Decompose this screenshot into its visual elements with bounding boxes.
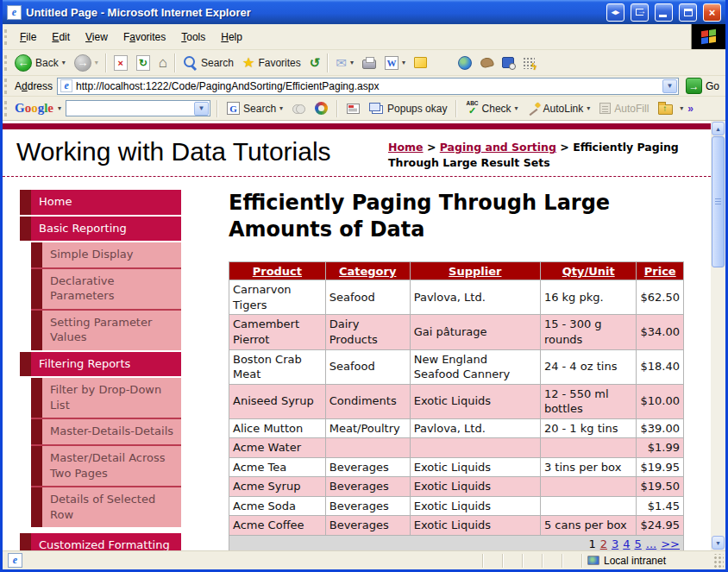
sort-link-category[interactable]: Category: [339, 265, 396, 278]
sidebar-item-declarative-parameters[interactable]: Declarative Parameters: [31, 267, 181, 309]
sidebar-item-filter-by-drop-down-list[interactable]: Filter by Drop-Down List: [31, 378, 181, 418]
nav-accent: [20, 190, 31, 215]
print-button[interactable]: [358, 55, 380, 71]
google-search-input[interactable]: ▼: [66, 100, 210, 116]
column-header-category: Category: [325, 262, 410, 280]
edit-dropdown-caret[interactable]: ▾: [402, 59, 405, 66]
refresh-button[interactable]: ↻: [132, 53, 154, 72]
google-logo-caret[interactable]: ▾: [58, 104, 61, 112]
send-to-caret[interactable]: ▾: [680, 104, 683, 112]
sidebar-item-simple-display[interactable]: Simple Display: [31, 242, 181, 267]
breadcrumb-paging-and-sorting[interactable]: Paging and Sorting: [440, 141, 556, 154]
mail-dropdown-caret[interactable]: ▾: [350, 59, 354, 66]
back-dropdown-caret[interactable]: ▾: [62, 59, 66, 66]
spellcheck-caret[interactable]: ▾: [515, 104, 518, 112]
pan-window-button[interactable]: ◂▸: [606, 3, 624, 22]
fetch-tool-button[interactable]: [476, 56, 498, 69]
breadcrumb-home[interactable]: Home: [388, 141, 424, 154]
cell-qty-unit: 5 cans per box: [540, 516, 637, 536]
edit-button[interactable]: W ▾: [380, 54, 410, 72]
back-button[interactable]: ← Back ▾: [10, 53, 70, 73]
messenger-button[interactable]: [410, 55, 431, 70]
menu-file[interactable]: File: [12, 28, 44, 47]
sidebar-item-master-detail-across-two-pages[interactable]: Master/Detail Across Two Pages: [31, 444, 181, 486]
sidebar-item-details-of-selected-row[interactable]: Details of Selected Row: [31, 486, 181, 527]
pager-row: 12345...>>: [229, 536, 684, 550]
sidebar-item-basic-reporting[interactable]: Basic Reporting: [20, 217, 181, 242]
site-search-button[interactable]: [290, 103, 308, 115]
quick-launch-button[interactable]: [518, 55, 539, 71]
toolbar-more-chevron[interactable]: »: [687, 103, 693, 115]
google-search-button[interactable]: G Search ▾: [224, 101, 286, 116]
favorites-star-icon: ★: [242, 54, 254, 71]
vertical-scrollbar[interactable]: ▲ ▼: [711, 121, 725, 550]
sort-link-supplier[interactable]: Supplier: [449, 265, 501, 278]
resize-grip[interactable]: [712, 554, 724, 568]
address-input[interactable]: e http://localhost:1222/Code/PagingAndSo…: [57, 78, 679, 95]
breadcrumb-separator: >: [556, 141, 573, 154]
menu-help[interactable]: Help: [213, 28, 250, 47]
menu-view[interactable]: View: [78, 28, 116, 47]
sidebar-item-setting-parameter-values[interactable]: Setting Parameter Values: [31, 309, 181, 350]
minimize-button[interactable]: [655, 3, 673, 22]
favorites-button[interactable]: ★ Favorites: [238, 53, 305, 72]
send-to-button[interactable]: [656, 101, 675, 116]
menu-edit[interactable]: Edit: [44, 28, 78, 47]
toolbar-grip[interactable]: [4, 29, 7, 45]
toolbar-separator: [336, 100, 338, 117]
toolbar-grip[interactable]: [4, 101, 7, 116]
sidebar-item-master-details-details[interactable]: Master-Details-Details: [31, 418, 181, 444]
scroll-up-button[interactable]: ▲: [712, 122, 725, 135]
scroll-down-button[interactable]: ▼: [712, 536, 725, 550]
google-swirl-icon: [315, 102, 328, 115]
sort-link-price[interactable]: Price: [644, 265, 676, 278]
address-dropdown-button[interactable]: ▼: [662, 79, 677, 93]
sort-link-product[interactable]: Product: [253, 265, 302, 278]
cell-category: Dairy Products: [325, 315, 410, 349]
pager-page-3[interactable]: 3: [612, 537, 618, 550]
sort-link-qty-unit[interactable]: Qty/Unit: [562, 265, 615, 278]
status-segment: [562, 554, 581, 568]
web-tool-button[interactable]: [454, 54, 476, 72]
address-url[interactable]: http://localhost:1222/Code/PagingAndSort…: [76, 80, 659, 92]
google-search-caret[interactable]: ▾: [279, 104, 283, 112]
history-button[interactable]: ↺: [305, 53, 325, 72]
spellcheck-label: Check: [482, 103, 511, 115]
pager-page-5[interactable]: 5: [635, 537, 642, 550]
google-search-dropdown[interactable]: ▼: [194, 102, 209, 116]
cell-qty-unit: [540, 477, 637, 497]
sidebar-item-customized-formatting[interactable]: Customized Formatting: [20, 533, 181, 550]
pager-page-2[interactable]: 2: [600, 537, 607, 550]
toolbar-grip[interactable]: [4, 55, 7, 71]
menu-favorites[interactable]: Favorites: [116, 28, 173, 47]
menu-tools[interactable]: Tools: [173, 28, 213, 47]
google-logo[interactable]: Google: [15, 101, 53, 116]
home-button[interactable]: ⌂: [154, 53, 172, 72]
search-button[interactable]: Search: [179, 53, 238, 72]
sidebar-item-filtering-reports[interactable]: Filtering Reports: [20, 352, 181, 377]
cell-supplier: Gai pâturage: [410, 315, 540, 349]
toolbar-grip[interactable]: [4, 79, 7, 94]
news-button[interactable]: [344, 103, 362, 115]
page-rank-button[interactable]: [312, 101, 330, 116]
mail-button[interactable]: ✉ ▾: [331, 53, 358, 72]
stop-button[interactable]: ×: [110, 53, 132, 72]
back-label: Back: [35, 57, 59, 69]
pager-next[interactable]: >>: [661, 537, 680, 550]
scrollbar-thumb[interactable]: [712, 136, 725, 267]
title-bar[interactable]: e Untitled Page - Microsoft Internet Exp…: [3, 0, 725, 24]
close-button[interactable]: ×: [703, 3, 721, 22]
pager-page-4[interactable]: 4: [623, 537, 630, 550]
maximize-button[interactable]: [679, 3, 697, 22]
detach-window-button[interactable]: [631, 3, 649, 22]
forward-button[interactable]: → ▾: [70, 53, 103, 73]
go-button[interactable]: → Go: [683, 78, 722, 94]
autofill-form-icon: [599, 103, 611, 114]
sidebar-item-home[interactable]: Home: [20, 190, 181, 215]
pager-ellipsis[interactable]: ...: [646, 537, 656, 550]
spellcheck-button[interactable]: ABC✓ Check ▾: [463, 100, 520, 116]
research-button[interactable]: [498, 55, 518, 70]
popup-blocker-button[interactable]: Popups okay: [367, 102, 449, 116]
autolink-button[interactable]: AutoLink ▾: [525, 102, 593, 116]
autolink-caret[interactable]: ▾: [587, 104, 590, 112]
